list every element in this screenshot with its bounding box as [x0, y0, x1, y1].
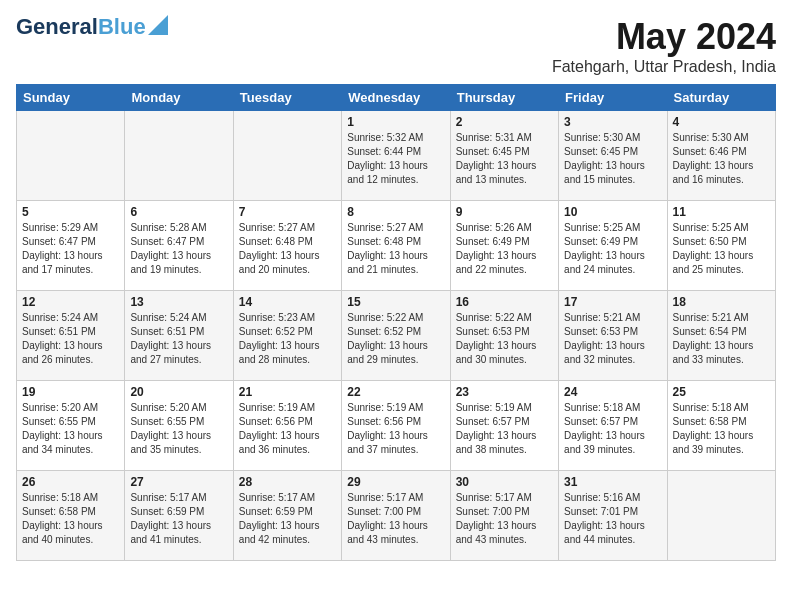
col-header-thursday: Thursday	[450, 85, 558, 111]
day-number: 22	[347, 385, 444, 399]
day-info: Sunrise: 5:18 AMSunset: 6:58 PMDaylight:…	[22, 491, 119, 547]
location: Fatehgarh, Uttar Pradesh, India	[552, 58, 776, 76]
day-info: Sunrise: 5:20 AMSunset: 6:55 PMDaylight:…	[22, 401, 119, 457]
day-cell: 18Sunrise: 5:21 AMSunset: 6:54 PMDayligh…	[667, 291, 775, 381]
day-cell: 11Sunrise: 5:25 AMSunset: 6:50 PMDayligh…	[667, 201, 775, 291]
day-info: Sunrise: 5:24 AMSunset: 6:51 PMDaylight:…	[130, 311, 227, 367]
col-header-friday: Friday	[559, 85, 667, 111]
day-cell: 17Sunrise: 5:21 AMSunset: 6:53 PMDayligh…	[559, 291, 667, 381]
day-info: Sunrise: 5:17 AMSunset: 6:59 PMDaylight:…	[130, 491, 227, 547]
day-cell: 2Sunrise: 5:31 AMSunset: 6:45 PMDaylight…	[450, 111, 558, 201]
day-info: Sunrise: 5:25 AMSunset: 6:50 PMDaylight:…	[673, 221, 770, 277]
day-number: 2	[456, 115, 553, 129]
day-info: Sunrise: 5:21 AMSunset: 6:53 PMDaylight:…	[564, 311, 661, 367]
day-number: 19	[22, 385, 119, 399]
day-number: 6	[130, 205, 227, 219]
day-info: Sunrise: 5:18 AMSunset: 6:58 PMDaylight:…	[673, 401, 770, 457]
day-number: 5	[22, 205, 119, 219]
day-cell: 9Sunrise: 5:26 AMSunset: 6:49 PMDaylight…	[450, 201, 558, 291]
day-info: Sunrise: 5:18 AMSunset: 6:57 PMDaylight:…	[564, 401, 661, 457]
col-header-tuesday: Tuesday	[233, 85, 341, 111]
day-cell: 23Sunrise: 5:19 AMSunset: 6:57 PMDayligh…	[450, 381, 558, 471]
day-number: 16	[456, 295, 553, 309]
day-cell: 26Sunrise: 5:18 AMSunset: 6:58 PMDayligh…	[17, 471, 125, 561]
day-number: 20	[130, 385, 227, 399]
day-info: Sunrise: 5:32 AMSunset: 6:44 PMDaylight:…	[347, 131, 444, 187]
day-cell: 31Sunrise: 5:16 AMSunset: 7:01 PMDayligh…	[559, 471, 667, 561]
day-cell: 15Sunrise: 5:22 AMSunset: 6:52 PMDayligh…	[342, 291, 450, 381]
calendar-table: SundayMondayTuesdayWednesdayThursdayFrid…	[16, 84, 776, 561]
col-header-wednesday: Wednesday	[342, 85, 450, 111]
day-number: 17	[564, 295, 661, 309]
day-cell: 13Sunrise: 5:24 AMSunset: 6:51 PMDayligh…	[125, 291, 233, 381]
day-number: 30	[456, 475, 553, 489]
day-info: Sunrise: 5:19 AMSunset: 6:56 PMDaylight:…	[347, 401, 444, 457]
day-number: 21	[239, 385, 336, 399]
day-number: 31	[564, 475, 661, 489]
logo: GeneralBlue	[16, 16, 168, 38]
day-number: 28	[239, 475, 336, 489]
day-info: Sunrise: 5:31 AMSunset: 6:45 PMDaylight:…	[456, 131, 553, 187]
col-header-monday: Monday	[125, 85, 233, 111]
title-block: May 2024 Fatehgarh, Uttar Pradesh, India	[552, 16, 776, 76]
day-info: Sunrise: 5:16 AMSunset: 7:01 PMDaylight:…	[564, 491, 661, 547]
day-cell: 4Sunrise: 5:30 AMSunset: 6:46 PMDaylight…	[667, 111, 775, 201]
day-info: Sunrise: 5:19 AMSunset: 6:57 PMDaylight:…	[456, 401, 553, 457]
day-info: Sunrise: 5:21 AMSunset: 6:54 PMDaylight:…	[673, 311, 770, 367]
day-number: 7	[239, 205, 336, 219]
day-info: Sunrise: 5:17 AMSunset: 6:59 PMDaylight:…	[239, 491, 336, 547]
week-row-2: 5Sunrise: 5:29 AMSunset: 6:47 PMDaylight…	[17, 201, 776, 291]
day-cell	[667, 471, 775, 561]
day-number: 10	[564, 205, 661, 219]
day-number: 9	[456, 205, 553, 219]
day-info: Sunrise: 5:30 AMSunset: 6:46 PMDaylight:…	[673, 131, 770, 187]
week-row-4: 19Sunrise: 5:20 AMSunset: 6:55 PMDayligh…	[17, 381, 776, 471]
page-header: GeneralBlue May 2024 Fatehgarh, Uttar Pr…	[16, 16, 776, 76]
svg-marker-0	[148, 15, 168, 35]
day-cell	[17, 111, 125, 201]
week-row-3: 12Sunrise: 5:24 AMSunset: 6:51 PMDayligh…	[17, 291, 776, 381]
week-row-5: 26Sunrise: 5:18 AMSunset: 6:58 PMDayligh…	[17, 471, 776, 561]
day-number: 23	[456, 385, 553, 399]
day-info: Sunrise: 5:22 AMSunset: 6:52 PMDaylight:…	[347, 311, 444, 367]
day-cell: 19Sunrise: 5:20 AMSunset: 6:55 PMDayligh…	[17, 381, 125, 471]
day-cell: 3Sunrise: 5:30 AMSunset: 6:45 PMDaylight…	[559, 111, 667, 201]
day-cell: 16Sunrise: 5:22 AMSunset: 6:53 PMDayligh…	[450, 291, 558, 381]
col-header-saturday: Saturday	[667, 85, 775, 111]
day-number: 24	[564, 385, 661, 399]
day-cell: 30Sunrise: 5:17 AMSunset: 7:00 PMDayligh…	[450, 471, 558, 561]
day-number: 29	[347, 475, 444, 489]
day-info: Sunrise: 5:27 AMSunset: 6:48 PMDaylight:…	[239, 221, 336, 277]
day-cell	[233, 111, 341, 201]
day-cell: 5Sunrise: 5:29 AMSunset: 6:47 PMDaylight…	[17, 201, 125, 291]
day-cell: 6Sunrise: 5:28 AMSunset: 6:47 PMDaylight…	[125, 201, 233, 291]
day-info: Sunrise: 5:26 AMSunset: 6:49 PMDaylight:…	[456, 221, 553, 277]
day-number: 11	[673, 205, 770, 219]
day-info: Sunrise: 5:27 AMSunset: 6:48 PMDaylight:…	[347, 221, 444, 277]
day-cell: 27Sunrise: 5:17 AMSunset: 6:59 PMDayligh…	[125, 471, 233, 561]
day-cell: 8Sunrise: 5:27 AMSunset: 6:48 PMDaylight…	[342, 201, 450, 291]
day-number: 14	[239, 295, 336, 309]
day-info: Sunrise: 5:23 AMSunset: 6:52 PMDaylight:…	[239, 311, 336, 367]
day-number: 18	[673, 295, 770, 309]
day-cell: 24Sunrise: 5:18 AMSunset: 6:57 PMDayligh…	[559, 381, 667, 471]
col-header-sunday: Sunday	[17, 85, 125, 111]
day-number: 1	[347, 115, 444, 129]
week-row-1: 1Sunrise: 5:32 AMSunset: 6:44 PMDaylight…	[17, 111, 776, 201]
day-info: Sunrise: 5:20 AMSunset: 6:55 PMDaylight:…	[130, 401, 227, 457]
logo-text: GeneralBlue	[16, 16, 146, 38]
day-info: Sunrise: 5:17 AMSunset: 7:00 PMDaylight:…	[456, 491, 553, 547]
day-info: Sunrise: 5:22 AMSunset: 6:53 PMDaylight:…	[456, 311, 553, 367]
day-cell: 25Sunrise: 5:18 AMSunset: 6:58 PMDayligh…	[667, 381, 775, 471]
day-number: 3	[564, 115, 661, 129]
header-row: SundayMondayTuesdayWednesdayThursdayFrid…	[17, 85, 776, 111]
day-cell: 28Sunrise: 5:17 AMSunset: 6:59 PMDayligh…	[233, 471, 341, 561]
month-year: May 2024	[552, 16, 776, 58]
day-info: Sunrise: 5:28 AMSunset: 6:47 PMDaylight:…	[130, 221, 227, 277]
day-info: Sunrise: 5:24 AMSunset: 6:51 PMDaylight:…	[22, 311, 119, 367]
day-cell: 29Sunrise: 5:17 AMSunset: 7:00 PMDayligh…	[342, 471, 450, 561]
day-cell: 10Sunrise: 5:25 AMSunset: 6:49 PMDayligh…	[559, 201, 667, 291]
day-info: Sunrise: 5:29 AMSunset: 6:47 PMDaylight:…	[22, 221, 119, 277]
day-info: Sunrise: 5:19 AMSunset: 6:56 PMDaylight:…	[239, 401, 336, 457]
day-number: 4	[673, 115, 770, 129]
